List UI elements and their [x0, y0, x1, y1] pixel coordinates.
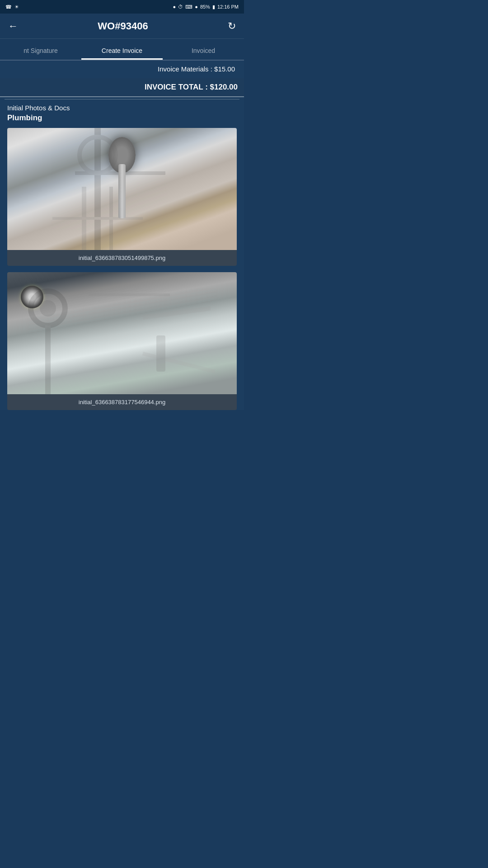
svg-rect-12	[156, 335, 165, 372]
photo-image-1	[7, 128, 237, 250]
svg-line-10	[143, 354, 215, 372]
svg-line-9	[143, 308, 211, 317]
back-button[interactable]: ←	[8, 20, 18, 32]
page-title: WO#93406	[98, 20, 148, 32]
photo-block-1[interactable]: initial_636638783051499875.png	[7, 128, 237, 266]
time-display: 12:16 PM	[217, 4, 239, 9]
status-bar: ☎ ☀ ● ⏱ ⌨ ● 85% ▮ 12:16 PM	[0, 0, 244, 14]
svg-point-7	[40, 300, 56, 316]
refresh-button[interactable]: ↻	[228, 20, 236, 32]
photo-filename-1: initial_636638783051499875.png	[7, 250, 237, 266]
app-header: ← WO#93406 ↻	[0, 14, 244, 39]
location-icon: ●	[173, 4, 176, 9]
invoice-total-row: INVOICE TOTAL : $120.00	[0, 78, 244, 97]
alarm-icon: ⏱	[178, 4, 183, 9]
main-content: Invoice Materials : $15.00 INVOICE TOTAL…	[0, 61, 244, 410]
tab-bar: nt Signature Create Invoice Invoiced	[0, 39, 244, 61]
battery-text: 85%	[200, 4, 210, 9]
whatsapp-icon: ☎	[5, 4, 12, 10]
signal-icon: ●	[195, 4, 198, 9]
invoice-total-label: INVOICE TOTAL : $120.00	[145, 83, 238, 91]
photo-image-2	[7, 272, 237, 394]
tab-create-invoice[interactable]: Create Invoice	[81, 42, 163, 60]
photos-section-category: Plumbing	[0, 113, 244, 126]
status-bar-left: ☎ ☀	[5, 4, 19, 10]
photo-block-2[interactable]: initial_636638783177546944.png	[7, 272, 237, 410]
invoice-materials-line: Invoice Materials : $15.00	[9, 65, 235, 73]
tab-signature[interactable]: nt Signature	[0, 42, 81, 60]
photos-icon: ☀	[14, 4, 19, 10]
invoice-summary: Invoice Materials : $15.00	[0, 61, 244, 78]
tab-invoiced[interactable]: Invoiced	[163, 42, 244, 60]
photo-filename-2: initial_636638783177546944.png	[7, 394, 237, 410]
battery-icon: ▮	[212, 4, 215, 10]
status-bar-right: ● ⏱ ⌨ ● 85% ▮ 12:16 PM	[173, 4, 239, 10]
photos-section-heading: Initial Photos & Docs	[0, 99, 244, 113]
wifi-icon: ⌨	[185, 4, 192, 10]
